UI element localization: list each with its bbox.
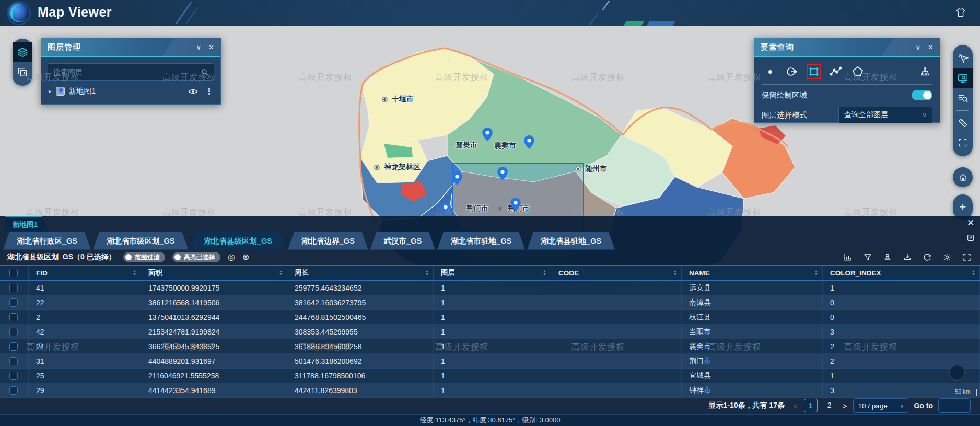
page-size-dropdown[interactable]: 10 / page ∨ [853,398,908,413]
query-panel-header: 要素查询 ∨ ✕ [754,38,940,57]
column-header[interactable]: 周长▲▼ [287,266,434,280]
table-row[interactable]: 21375041013.6292944244768.815025004651枝江… [0,310,980,325]
dock-panel-icon[interactable] [966,234,975,242]
clear-selection-icon[interactable]: ⊗ [242,253,249,261]
layer-select-mode-dropdown[interactable]: 查询全部图层 ∨ [838,107,932,123]
city-label: 襄樊市 [456,141,477,150]
map-pin[interactable] [452,171,462,185]
layer-tab[interactable]: 湖北省市级区划_GS [93,232,189,250]
fullscreen-icon[interactable] [962,252,972,262]
rectangle-zoom-button[interactable] [953,133,973,153]
row-checkbox[interactable] [9,328,18,336]
close-panel-icon[interactable]: ✕ [208,44,214,51]
map-pin[interactable] [482,128,493,141]
layer-tab[interactable]: 湖北省市驻地_GS [437,232,525,250]
column-header[interactable]: FID▲▼ [29,266,141,280]
table-row[interactable]: 422153424781.9199824308353.4452999551当阳市… [0,325,980,339]
table-cell: 31 [29,354,141,368]
settings-gear-icon[interactable] [942,252,952,262]
map-control-button[interactable] [949,365,965,381]
layer-tab[interactable]: 湖北省行政区_GS [3,232,91,250]
layer-tree-item[interactable]: ▸ 新地图1 ⋮ [41,81,220,96]
draw-polygon-icon[interactable] [850,64,865,79]
layer-manager-button[interactable] [13,42,32,62]
column-header[interactable]: 面积▲▼ [141,266,287,280]
layer-tab[interactable]: 湖北省县级区划_GS [191,232,286,250]
map-pin[interactable] [510,198,521,211]
select-tool-button[interactable] [953,49,973,68]
measure-tool-button[interactable] [953,113,973,133]
zoom-in-button[interactable]: + [953,198,973,216]
draw-circle-icon[interactable] [785,64,799,79]
statistics-icon[interactable] [843,252,853,262]
row-checkbox[interactable] [9,372,18,380]
row-checkbox[interactable] [9,313,18,321]
clear-draw-icon[interactable] [918,64,932,79]
table-row[interactable]: 314404889201.931697501476.31862006921荆门市… [0,354,980,369]
more-menu-icon[interactable]: ⋮ [205,87,213,96]
table-row[interactable]: 252116046921.5555258311788.167985001061宜… [0,369,980,383]
close-panel-icon[interactable]: ✕ [928,44,934,51]
close-table-icon[interactable]: ✕ [967,218,974,227]
page-number[interactable]: 2 [823,399,836,412]
locate-selection-icon[interactable]: ◎ [228,253,235,261]
new-map-button[interactable] [13,62,32,82]
page-number[interactable]: 1 [804,399,818,412]
refresh-icon[interactable] [923,252,932,262]
draw-point-icon[interactable] [763,64,777,79]
filter-icon[interactable] [863,252,872,262]
highlight-selected-toggle[interactable]: 高亮已选择 [172,252,220,262]
map-pin[interactable] [440,202,451,215]
table-row[interactable]: 294414423354.941689442411.8263998031钟祥市3 [0,383,980,398]
row-checkbox[interactable] [9,342,18,351]
draw-polyline-icon[interactable] [829,64,843,79]
feature-query-button[interactable] [953,68,973,88]
layer-search-input[interactable] [48,68,195,76]
home-extent-button[interactable] [953,167,973,187]
map-tab[interactable]: 新地图1 [5,216,48,231]
row-checkbox[interactable] [9,269,18,277]
attribute-query-button[interactable] [953,88,973,108]
layer-tab[interactable]: 湖北省边界_GS [288,232,368,250]
visibility-eye-icon[interactable] [188,88,198,95]
goto-page-input[interactable] [938,398,971,413]
city-label: 荆门市 [466,204,488,213]
row-checkbox[interactable] [9,357,18,365]
range-filter-toggle[interactable]: 范围过滤 [123,252,165,262]
stamp-select-icon[interactable] [883,252,892,262]
table-row[interactable]: 243662645945.8438525361886.89456092581襄樊… [0,339,980,354]
map-pin[interactable] [497,167,508,180]
attribute-table-panel: ✕ 新地图1 湖北省行政区_GS湖北省市级区划_GS湖北省县级区划_GS湖北省边… [0,216,980,426]
table-row[interactable]: 223861216568.1419506381642.160362737951南… [0,295,980,310]
column-header[interactable]: 图层▲▼ [434,266,551,280]
collapse-panel-icon[interactable]: ∨ [916,44,921,51]
row-checkbox[interactable] [9,386,18,395]
next-page-icon[interactable]: > [842,401,848,410]
table-cell: 42 [29,325,141,339]
layer-tab[interactable]: 武汉市_GS [370,232,436,250]
goto-label: Go to [914,401,933,410]
search-icon[interactable] [195,64,214,80]
table-row[interactable]: 411743750000.9920175259775.46432346521远安… [0,281,980,295]
export-download-icon[interactable] [903,252,912,262]
sort-icon: ▲▼ [543,270,546,276]
layer-tab[interactable]: 湖北省县驻地_GS [527,232,615,250]
table-cell [551,295,682,309]
table-cell: 荆门市 [682,354,823,368]
row-checkbox[interactable] [9,298,18,307]
prev-page-icon[interactable]: < [792,401,799,410]
theme-skin-icon[interactable] [955,7,966,18]
keep-draw-area-toggle[interactable] [912,90,932,100]
table-cell: 24 [29,339,141,353]
layer-tabs: 湖北省行政区_GS湖北省市级区划_GS湖北省县级区划_GS湖北省边界_GS武汉市… [0,231,980,249]
city-marker [575,166,581,172]
column-header[interactable]: CODE▲▼ [551,266,682,280]
tree-expand-icon[interactable]: ▸ [49,88,52,95]
column-header[interactable]: COLOR_INDEX▲▼ [823,266,980,280]
map-pin[interactable] [524,135,534,149]
row-checkbox[interactable] [9,284,18,292]
draw-rectangle-icon[interactable] [807,64,821,79]
collapse-panel-icon[interactable]: ∨ [196,44,202,51]
column-header[interactable]: NAME▲▼ [682,266,823,280]
status-bar: 经度:113.4375°，纬度:30.6175°，级别: 3.0000 [0,414,980,426]
